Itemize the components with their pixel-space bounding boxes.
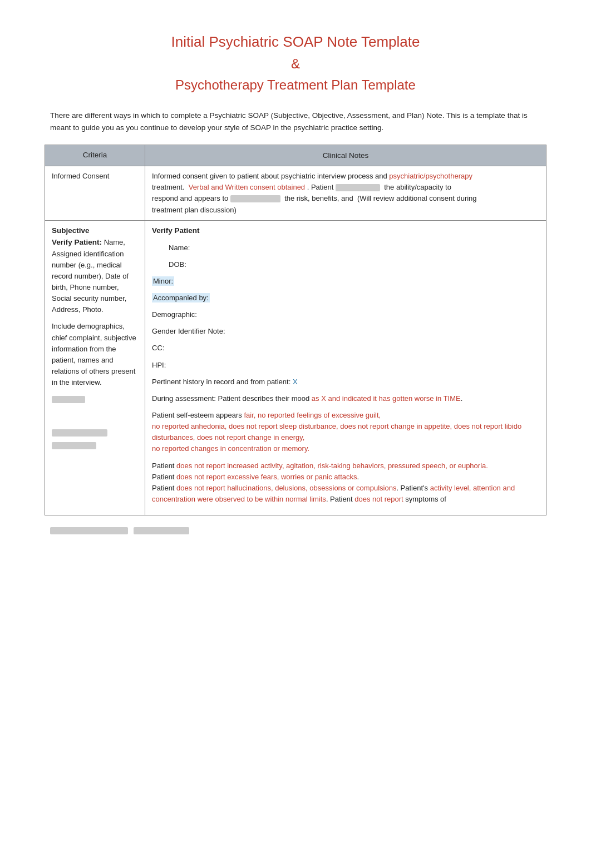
patient3-red3: does not report [354, 495, 403, 503]
patient3-plain: Patient [152, 484, 176, 492]
clinical-informed-consent: Informed consent given to patient about … [145, 166, 546, 221]
verify-patient-body: Name, Assigned identification number (e.… [52, 238, 129, 314]
patient1-plain: Patient [152, 462, 176, 470]
patient3-end3: symptoms of [403, 495, 446, 503]
header-section: Initial Psychiatric SOAP Note Template &… [45, 33, 546, 93]
subjective-label: Subjective [52, 226, 90, 235]
verify-patient-notes-label: Verify Patient [152, 226, 200, 235]
blurred-block-criteria-3 [52, 442, 96, 449]
self-red3: no reported changes in concentration or … [152, 444, 309, 453]
patient2-end: . [357, 473, 359, 481]
page: Initial Psychiatric SOAP Note Template &… [0, 0, 591, 868]
main-title: Initial Psychiatric SOAP Note Template [45, 33, 546, 51]
during-period: . [461, 394, 463, 403]
consent-plain7: (Will review additional consent during [357, 194, 477, 202]
during-plain: During assessment: Patient describes the… [152, 394, 312, 403]
blurred-block-2 [230, 195, 280, 202]
consent-plain8: treatment plan discussion) [152, 206, 237, 214]
dob-label: DOB: [169, 260, 186, 269]
footer-blurred-1 [50, 527, 128, 534]
cc-label: CC: [152, 344, 164, 352]
accompanied-label: Accompanied by: [152, 293, 210, 302]
pertinent-plain: Pertinent history in record and from pat… [152, 378, 293, 386]
self-plain: Patient self-esteem appears [152, 411, 244, 419]
consent-plain5: respond and appears to [152, 194, 230, 202]
sub-title: Psychotherapy Treatment Plan Template [45, 77, 546, 93]
footer-area [45, 515, 546, 545]
patient2-red: does not report excessive fears, worries… [176, 473, 357, 481]
during-red: as X and indicated it has gotten worse i… [312, 394, 461, 403]
include-demographics: Include demographics, chief complaint, s… [52, 322, 136, 386]
patient3-end1: . Patient's [396, 484, 430, 492]
gender-label: Gender Identifier Note: [152, 327, 225, 335]
pertinent-x: X [293, 378, 298, 386]
consent-plain1: Informed consent given to patient about … [152, 172, 389, 180]
ampersand: & [45, 56, 546, 72]
consent-plain3: . Patient [305, 183, 336, 191]
patient2-plain: Patient [152, 473, 176, 481]
table-row-subjective: Subjective Verify Patient: Name, Assigne… [45, 220, 546, 515]
self-red2: no reported anhedonia, does not report s… [152, 422, 521, 442]
main-table: Criteria Clinical Notes Informed Consent… [45, 145, 546, 515]
criteria-informed-consent: Informed Consent [45, 166, 145, 221]
patient3-end2: . Patient [326, 495, 354, 503]
patient3-red1: does not report hallucinations, delusion… [176, 484, 396, 492]
consent-plain6: the risk, benefits, and [280, 194, 357, 202]
name-label: Name: [169, 244, 190, 252]
col-clinical-header: Clinical Notes [145, 145, 546, 166]
footer-blurred-2 [134, 527, 189, 534]
consent-plain4: the ability/capacity to [380, 183, 451, 191]
informed-consent-label: Informed Consent [52, 172, 109, 180]
self-red1: fair, no reported feelings of excessive … [244, 411, 381, 419]
col-criteria-header: Criteria [45, 145, 145, 166]
patient1-red: does not report increased activity, agit… [176, 462, 488, 470]
intro-paragraph: There are different ways in which to com… [45, 110, 546, 133]
blurred-block-1 [336, 184, 380, 191]
consent-verbal: Verbal and Written consent obtained [189, 183, 305, 191]
table-row: Informed Consent Informed consent given … [45, 166, 546, 221]
criteria-subjective: Subjective Verify Patient: Name, Assigne… [45, 220, 145, 515]
blurred-block-criteria-1 [52, 396, 85, 403]
consent-plain2: treatment. [152, 183, 189, 191]
consent-red1: psychiatric/psychotherapy [389, 172, 472, 180]
clinical-subjective: Verify Patient Name: DOB: Minor: Accompa… [145, 220, 546, 515]
blurred-block-criteria-2 [52, 429, 107, 437]
demographic-label: Demographic: [152, 310, 197, 319]
minor-label: Minor: [152, 276, 174, 286]
verify-patient-label: Verify Patient: [52, 238, 102, 246]
hpi-label: HPI: [152, 361, 166, 369]
